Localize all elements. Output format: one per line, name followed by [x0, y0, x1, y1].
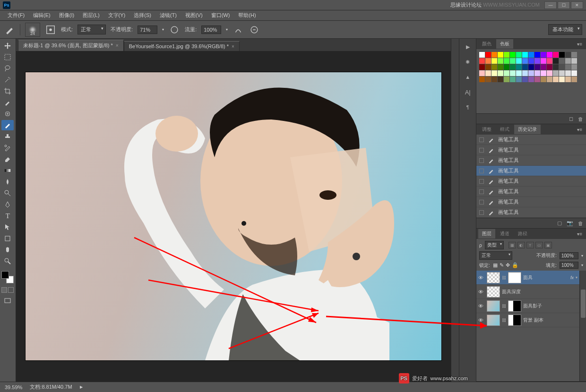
swatch[interactable]	[559, 52, 565, 58]
close-button[interactable]: ✕	[571, 1, 583, 9]
swatch[interactable]	[565, 77, 571, 82]
character-icon[interactable]: A|	[463, 88, 473, 96]
swatch[interactable]	[522, 70, 528, 76]
swatch[interactable]	[565, 70, 571, 76]
swatch[interactable]	[547, 58, 552, 64]
swatch[interactable]	[510, 70, 516, 76]
tool-preset-icon[interactable]	[4, 24, 15, 35]
swatch[interactable]	[504, 70, 509, 76]
menu-image[interactable]: 图像(I)	[55, 11, 78, 20]
swatch[interactable]	[485, 70, 491, 76]
swatch[interactable]	[522, 52, 528, 58]
swatch[interactable]	[559, 77, 565, 82]
link-icon[interactable]: ⛓	[502, 304, 506, 308]
layer-mask-thumb[interactable]	[508, 315, 521, 326]
brush-preset-picker[interactable]: 24	[25, 23, 40, 37]
hand-tool-icon[interactable]	[1, 245, 14, 255]
wand-tool-icon[interactable]	[1, 75, 14, 85]
swatch[interactable]	[565, 52, 571, 58]
layer-name[interactable]: 面具深度	[502, 289, 577, 295]
lock-paint-icon[interactable]: ✎	[500, 262, 504, 268]
history-item[interactable]: 画笔工具	[476, 155, 586, 166]
dodge-tool-icon[interactable]	[1, 188, 14, 198]
swatch[interactable]	[559, 58, 565, 64]
swatch[interactable]	[541, 70, 546, 76]
swatches-tab[interactable]: 色板	[496, 39, 513, 49]
swatch[interactable]	[571, 64, 577, 70]
lasso-tool-icon[interactable]	[1, 63, 14, 74]
menu-view[interactable]: 视图(V)	[181, 11, 207, 20]
visibility-icon[interactable]: 👁	[478, 317, 485, 323]
layer-mask-thumb[interactable]	[508, 272, 521, 283]
swatch[interactable]	[498, 52, 503, 58]
visibility-icon[interactable]: 👁	[478, 303, 485, 309]
filter-pixel-icon[interactable]: ▦	[508, 242, 516, 248]
menu-file[interactable]: 文件(F)	[4, 11, 28, 20]
swatch[interactable]	[522, 64, 528, 70]
swatch[interactable]	[479, 58, 485, 64]
paragraph-icon[interactable]: ¶	[463, 103, 473, 111]
history-item[interactable]: 画笔工具	[476, 187, 586, 197]
swatch[interactable]	[485, 58, 491, 64]
lock-pos-icon[interactable]: ✥	[506, 262, 510, 268]
swatch[interactable]	[485, 64, 491, 70]
swatch[interactable]	[553, 70, 559, 76]
menu-select[interactable]: 选择(S)	[130, 11, 155, 20]
history-tab[interactable]: 历史记录	[514, 125, 541, 134]
pressure-size-icon[interactable]	[249, 24, 260, 35]
blur-tool-icon[interactable]	[1, 177, 14, 187]
layer-mask-thumb[interactable]	[508, 300, 521, 312]
layers-tab[interactable]: 图层	[478, 229, 495, 239]
menu-filter[interactable]: 滤镜(T)	[156, 11, 181, 20]
history-brush-tool-icon[interactable]	[1, 143, 14, 153]
swatch[interactable]	[491, 58, 497, 64]
dock-collapse-bar[interactable]	[451, 39, 459, 382]
swatch[interactable]	[534, 64, 540, 70]
lock-all-icon[interactable]: 🔒	[512, 262, 518, 268]
paths-tab[interactable]: 路径	[514, 229, 531, 239]
swatch[interactable]	[528, 52, 534, 58]
swatch[interactable]	[479, 77, 485, 82]
zoom-level[interactable]: 39.59%	[5, 384, 22, 390]
opacity-field[interactable]: 71%	[138, 26, 157, 34]
swatch[interactable]	[547, 52, 552, 58]
swatch[interactable]	[534, 77, 540, 82]
swatch[interactable]	[491, 64, 497, 70]
swatch[interactable]	[565, 64, 571, 70]
history-item[interactable]: 画笔工具	[476, 176, 586, 187]
panel-menu-icon[interactable]: ▾≡	[575, 127, 584, 132]
swatch[interactable]	[559, 64, 565, 70]
swatch[interactable]	[534, 58, 540, 64]
swatch[interactable]	[479, 70, 485, 76]
new-swatch-icon[interactable]: ◻	[569, 116, 573, 122]
layer-row[interactable]: 👁⛓面具fx▾	[476, 271, 579, 285]
menu-type[interactable]: 文字(Y)	[104, 11, 129, 20]
swatch[interactable]	[504, 64, 509, 70]
swatch[interactable]	[510, 58, 516, 64]
swatch[interactable]	[547, 77, 552, 82]
color-swatches[interactable]	[1, 271, 14, 283]
play-icon[interactable]: ▶	[463, 43, 473, 51]
filter-shape-icon[interactable]: ▭	[535, 242, 543, 248]
swatch[interactable]	[541, 64, 546, 70]
delete-icon[interactable]: 🗑	[578, 221, 583, 226]
swatch[interactable]	[516, 70, 522, 76]
history-item[interactable]: 画笔工具	[476, 145, 586, 155]
swatch[interactable]	[510, 77, 516, 82]
swatch[interactable]	[485, 52, 491, 58]
visibility-icon[interactable]: 👁	[478, 289, 485, 295]
visibility-icon[interactable]: 👁	[478, 275, 485, 281]
close-tab-icon[interactable]: ×	[116, 43, 119, 48]
histogram-icon[interactable]: ▲	[463, 73, 473, 81]
filter-smart-icon[interactable]: ▣	[544, 242, 552, 248]
swatch[interactable]	[516, 64, 522, 70]
swatch[interactable]	[528, 77, 534, 82]
swatch[interactable]	[504, 58, 509, 64]
swatch[interactable]	[528, 64, 534, 70]
wheel-icon[interactable]: ✺	[463, 58, 473, 66]
swatch[interactable]	[485, 77, 491, 82]
color-tab[interactable]: 颜色	[478, 39, 495, 49]
layer-thumb[interactable]	[487, 272, 500, 283]
shape-tool-icon[interactable]	[1, 233, 14, 244]
standard-mode-icon[interactable]	[1, 287, 7, 293]
